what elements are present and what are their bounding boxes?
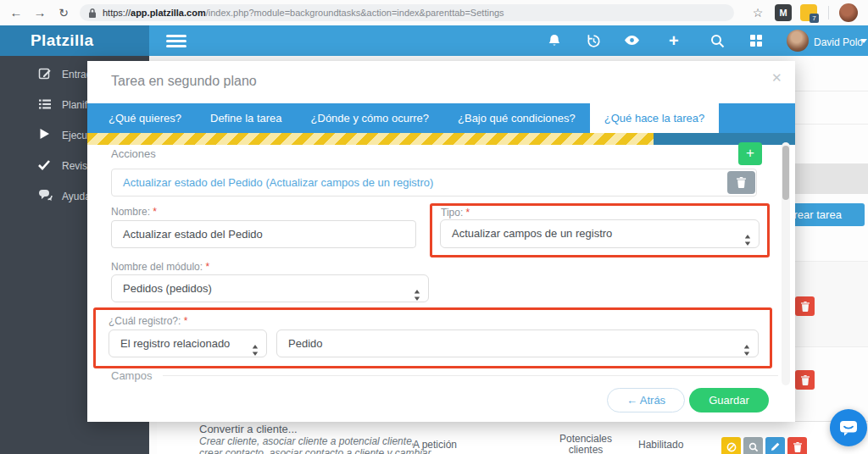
task-row-description: crear contacto, asociar contacto a clien… [199, 447, 431, 454]
trash-icon [801, 302, 810, 312]
tab-bajo-que-condiciones[interactable]: ¿Bajo qué condiciones? [443, 103, 590, 133]
required-asterisk: * [153, 206, 157, 218]
play-icon [38, 128, 50, 143]
trash-icon [793, 442, 802, 452]
modal-title: Tarea en segundo plano [111, 74, 257, 89]
trash-icon [737, 177, 746, 188]
tipo-select[interactable]: Actualizar campos de un registro [440, 219, 760, 248]
delete-button[interactable] [787, 437, 807, 454]
disable-button[interactable] [721, 437, 741, 454]
nombre-input[interactable]: Actualizar estado del Pedido [111, 220, 416, 248]
browser-profile-avatar[interactable] [839, 3, 858, 22]
notifications-bell-icon[interactable] [548, 34, 563, 47]
url-scheme: https:// [103, 8, 131, 18]
address-bar[interactable]: https://app.platzilla.com/index.php?modu… [80, 4, 734, 21]
eye-icon[interactable] [624, 34, 639, 47]
page-divider [795, 124, 868, 125]
nombre-label: Nombre: * [111, 206, 157, 218]
menu-icon[interactable] [166, 35, 186, 47]
wizard-progress-bar [87, 133, 795, 145]
select-stepper-icon [414, 284, 420, 302]
padlock-icon [88, 8, 97, 19]
tab-donde-y-como-ocurre[interactable]: ¿Dónde y cómo ocurre? [297, 103, 443, 133]
pencil-icon [771, 442, 780, 451]
tab-define-la-tarea[interactable]: Define la tarea [196, 103, 297, 133]
progress-fill [87, 133, 654, 145]
list-icon [38, 97, 52, 114]
page-divider [795, 91, 868, 91]
task-row-title[interactable]: Convertir a cliente... [199, 423, 298, 435]
required-asterisk: * [184, 315, 188, 327]
task-row-description: Crear cliente, asociar cliente a potenci… [199, 435, 415, 447]
user-name[interactable]: David Polo [814, 36, 863, 48]
browser-reload-icon[interactable]: ↻ [54, 3, 73, 22]
delete-button[interactable] [795, 296, 815, 316]
actions-section-label: Acciones [111, 147, 156, 160]
browser-back-icon[interactable]: ← [7, 3, 25, 22]
chevron-down-icon[interactable] [860, 39, 867, 43]
ban-icon [726, 442, 737, 452]
remove-action-button[interactable] [727, 171, 755, 194]
edit-button[interactable] [765, 437, 785, 454]
back-button[interactable]: ← Atrás [607, 388, 685, 412]
action-list-item: Actualizar estado del Pedido (Actualizar… [111, 169, 757, 197]
select-stepper-icon [252, 339, 259, 357]
section-divider [163, 375, 778, 376]
app-screen: ← → ↻ https://app.platzilla.com/index.ph… [0, 0, 868, 454]
registro-label: ¿Cuál registro?: * [108, 315, 187, 327]
modal-tab-bar: ¿Qué quieres? Define la tarea ¿Dónde y c… [87, 103, 795, 133]
edit-icon [38, 67, 52, 84]
modal-scrollbar-thumb[interactable] [782, 146, 789, 200]
chat-icon [38, 189, 53, 205]
url-text: https://app.platzilla.com/index.php?modu… [103, 8, 504, 18]
url-path: /index.php?module=backgroundtasks&action… [206, 8, 504, 18]
bookmark-star-icon[interactable]: ☆ [749, 4, 766, 21]
add-action-button[interactable]: + [738, 142, 762, 165]
action-item-link[interactable]: Actualizar estado del Pedido (Actualizar… [123, 169, 433, 196]
task-row-module: clientes [547, 444, 625, 454]
tab-que-hace-la-tarea[interactable]: ¿Qué hace la tarea? [590, 103, 720, 133]
toolbar-divider [828, 6, 829, 19]
extension-m-icon[interactable]: M [775, 4, 792, 21]
save-button[interactable]: Guardar [689, 388, 769, 412]
trash-icon [801, 375, 810, 385]
modulo-select[interactable]: Pedidos (pedidos) [111, 274, 429, 302]
task-row-module: Potenciales [547, 433, 625, 445]
search-icon[interactable] [710, 34, 726, 47]
sidebar-item-label: Ayuda [62, 191, 91, 202]
campos-section-label: Campos [111, 369, 152, 382]
brand-logo[interactable]: Platzilla [0, 25, 149, 56]
apps-grid-icon[interactable] [749, 34, 765, 47]
history-icon[interactable] [587, 34, 602, 47]
chat-widget-button[interactable] [830, 409, 867, 446]
tab-que-quieres[interactable]: ¿Qué quieres? [94, 103, 196, 133]
registro-relacion-select[interactable]: El registro relacionado [108, 329, 267, 357]
browser-forward-icon[interactable]: → [31, 3, 49, 22]
task-row-frequency: A petición [413, 439, 457, 451]
view-button[interactable] [743, 437, 763, 454]
page-section-header [788, 163, 868, 194]
registro-select[interactable]: Pedido [276, 329, 759, 357]
extension-badge: 7 [810, 14, 819, 23]
close-icon[interactable]: ✕ [771, 70, 782, 86]
required-asterisk: * [466, 207, 470, 219]
magnifier-icon [748, 442, 759, 452]
tipo-label: Tipo: * [441, 207, 470, 219]
url-domain: app.platzilla.com [131, 8, 206, 18]
delete-button[interactable] [795, 370, 815, 390]
modulo-label: Nombre del módulo: * [111, 261, 209, 273]
select-stepper-icon [743, 339, 750, 357]
user-avatar[interactable] [787, 30, 809, 52]
select-stepper-icon [744, 229, 751, 248]
add-icon[interactable]: + [669, 30, 679, 51]
task-row-status: Habilitado [638, 439, 683, 451]
messenger-icon [838, 419, 859, 437]
required-asterisk: * [205, 261, 209, 273]
check-icon [38, 158, 50, 174]
browser-toolbar: ← → ↻ https://app.platzilla.com/index.ph… [0, 0, 868, 25]
